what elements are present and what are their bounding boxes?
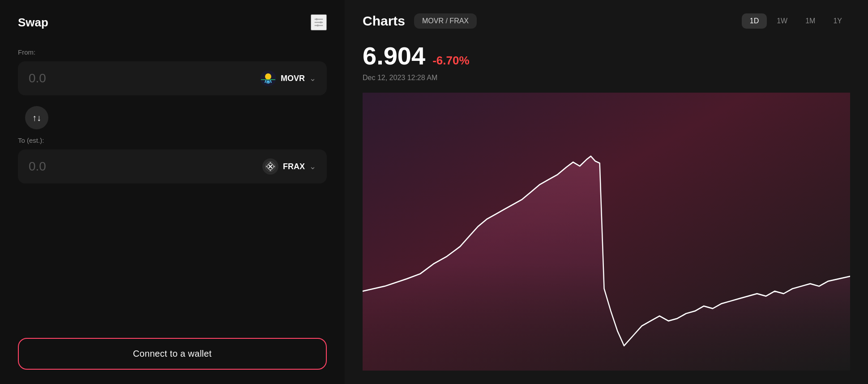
- to-token-box: 0.0 FRAX ⌄: [18, 149, 327, 183]
- charts-header: Charts MOVR / FRAX 1D 1W 1M 1Y: [363, 13, 850, 29]
- charts-panel: Charts MOVR / FRAX 1D 1W 1M 1Y 6.904-6.7…: [345, 0, 868, 384]
- swap-header: Swap: [18, 14, 327, 30]
- to-amount: 0.0: [29, 159, 46, 174]
- from-token-chevron: ⌄: [309, 73, 316, 83]
- price-date: Dec 12, 2023 12:28 AM: [363, 74, 850, 82]
- price-change: -6.70%: [432, 54, 469, 67]
- to-label: To (est.):: [18, 137, 327, 144]
- svg-point-7: [265, 73, 271, 80]
- pair-badge: MOVR / FRAX: [414, 13, 477, 29]
- to-token-selector[interactable]: FRAX ⌄: [262, 158, 316, 175]
- svg-point-4: [320, 21, 322, 24]
- settings-icon: [312, 16, 325, 29]
- from-label: From:: [18, 48, 327, 56]
- price-chart: [363, 93, 850, 371]
- svg-rect-19: [270, 170, 271, 171]
- frax-token-icon: [262, 158, 278, 175]
- svg-line-12: [269, 81, 269, 83]
- from-amount: 0.0: [29, 71, 46, 85]
- to-token-name: FRAX: [283, 162, 305, 171]
- svg-rect-8: [261, 79, 275, 80]
- time-1w-button[interactable]: 1W: [769, 13, 795, 29]
- time-1m-button[interactable]: 1M: [797, 13, 823, 29]
- connect-wallet-button[interactable]: Connect to a wallet: [18, 338, 327, 370]
- from-token-name: MOVR: [281, 74, 305, 83]
- swap-panel: Swap From: 0.0: [0, 0, 345, 384]
- chart-container: [363, 93, 850, 371]
- from-token-box: 0.0 MOVR ⌄: [18, 61, 327, 95]
- time-controls: 1D 1W 1M 1Y: [742, 13, 850, 29]
- swap-title: Swap: [18, 16, 48, 30]
- svg-point-5: [316, 25, 319, 27]
- movr-token-icon: [260, 70, 276, 86]
- charts-title: Charts: [363, 13, 405, 29]
- time-1d-button[interactable]: 1D: [742, 13, 767, 29]
- time-1y-button[interactable]: 1Y: [825, 13, 850, 29]
- connect-wallet-section: Connect to a wallet: [18, 320, 327, 370]
- svg-line-10: [267, 81, 267, 83]
- svg-point-3: [316, 18, 318, 21]
- swap-arrows-icon: ↑↓: [32, 113, 41, 123]
- price-display: 6.904-6.70%: [363, 41, 850, 70]
- price-value: 6.904: [363, 42, 425, 70]
- svg-rect-20: [266, 166, 267, 167]
- swap-direction-button[interactable]: ↑↓: [25, 106, 48, 129]
- settings-button[interactable]: [311, 14, 327, 30]
- svg-rect-21: [274, 166, 275, 167]
- svg-rect-18: [270, 162, 271, 163]
- to-token-chevron: ⌄: [309, 162, 316, 171]
- from-token-selector[interactable]: MOVR ⌄: [260, 70, 316, 86]
